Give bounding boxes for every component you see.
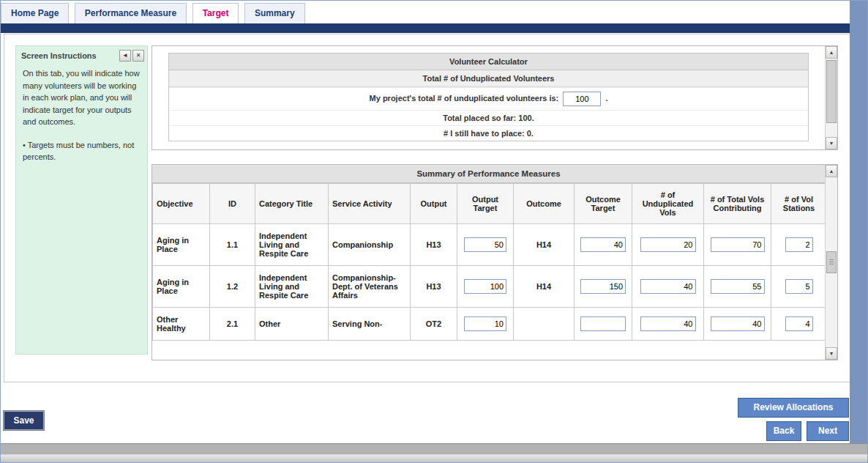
vol-stations-input[interactable] bbox=[785, 316, 813, 331]
volunteer-calculator-table: Volunteer Calculator Total # of Unduplic… bbox=[168, 53, 809, 141]
summary-scrollbar-thumb[interactable] bbox=[826, 251, 837, 273]
summary-table: Objective ID Category Title Service Acti… bbox=[152, 183, 825, 341]
close-icon[interactable]: ✕ bbox=[132, 50, 144, 62]
cell-undup-vols bbox=[632, 266, 704, 308]
calculator-input-row: My project's total # of unduplicated vol… bbox=[169, 87, 808, 110]
cell-output: H13 bbox=[411, 224, 457, 266]
volunteer-calculator-panel: Volunteer Calculator Total # of Unduplic… bbox=[151, 45, 838, 150]
cell-objective: Aging in Place bbox=[153, 266, 210, 308]
output-target-input[interactable] bbox=[464, 237, 506, 252]
tab-target[interactable]: Target bbox=[192, 3, 239, 23]
volunteer-calculator-inner: Volunteer Calculator Total # of Unduplic… bbox=[152, 46, 825, 149]
undup-vols-input[interactable] bbox=[640, 237, 696, 252]
column-header-total-vols: # of Total Vols Contributing bbox=[704, 184, 771, 224]
status-bar-top bbox=[1, 443, 868, 454]
cell-id: 1.2 bbox=[210, 266, 255, 308]
total-vols-input[interactable] bbox=[711, 279, 765, 294]
scroll-down-icon[interactable]: ▼ bbox=[826, 137, 837, 149]
calculator-input-label: My project's total # of unduplicated vol… bbox=[370, 94, 559, 103]
performance-measures-inner: Summary of Performance Measures Objectiv… bbox=[152, 165, 825, 360]
cell-outcome bbox=[514, 308, 575, 341]
column-header-vol-stations: # of Vol Stations bbox=[771, 184, 826, 224]
cell-output-target bbox=[457, 266, 514, 308]
performance-measures-panel: Summary of Performance Measures Objectiv… bbox=[151, 164, 838, 360]
cell-vol-stations bbox=[771, 266, 826, 308]
cell-activity: Companionship-Dept. of Veterans Affairs bbox=[329, 266, 411, 308]
cell-total-vols bbox=[704, 224, 771, 266]
vol-stations-input[interactable] bbox=[785, 279, 813, 294]
cell-outcome-target bbox=[575, 266, 632, 308]
calculator-scrollbar[interactable]: ▲ ▼ bbox=[825, 46, 837, 149]
summary-header-row: Objective ID Category Title Service Acti… bbox=[153, 184, 826, 224]
total-placed-text: Total placed so far: 100. bbox=[169, 110, 808, 125]
calculator-scrollbar-thumb[interactable] bbox=[826, 60, 837, 123]
unduplicated-volunteers-input[interactable] bbox=[563, 92, 601, 106]
undup-vols-input[interactable] bbox=[640, 279, 696, 294]
vol-stations-input[interactable] bbox=[785, 237, 813, 252]
tab-home-page[interactable]: Home Page bbox=[1, 3, 69, 23]
column-header-output-target: Output Target bbox=[457, 184, 514, 224]
calculator-input-suffix: . bbox=[605, 94, 607, 103]
cell-objective: Other Healthy bbox=[153, 308, 210, 341]
cell-undup-vols bbox=[632, 224, 704, 266]
table-row: Aging in Place 1.2 Independent Living an… bbox=[153, 266, 826, 308]
cell-output-target bbox=[457, 308, 514, 341]
column-header-activity: Service Activity bbox=[329, 184, 411, 224]
tab-performance-measure[interactable]: Performance Measure bbox=[75, 3, 187, 23]
column-header-outcome: Outcome bbox=[514, 184, 575, 224]
undup-vols-input[interactable] bbox=[640, 316, 696, 331]
cell-total-vols bbox=[704, 308, 771, 341]
remaining-to-place-text: # I still have to place: 0. bbox=[169, 125, 808, 141]
cell-vol-stations bbox=[771, 308, 826, 341]
column-header-output: Output bbox=[411, 184, 457, 224]
cell-outcome: H14 bbox=[514, 224, 575, 266]
cell-outcome-target bbox=[575, 224, 632, 266]
outcome-target-input[interactable] bbox=[580, 316, 626, 331]
back-button[interactable]: Back bbox=[766, 421, 801, 441]
total-vols-input[interactable] bbox=[711, 316, 765, 331]
next-button[interactable]: Next bbox=[807, 421, 849, 441]
header-divider-bar bbox=[1, 23, 851, 33]
screen-instructions-title: Screen Instructions bbox=[21, 51, 118, 60]
collapse-left-icon[interactable]: ◄ bbox=[119, 50, 131, 62]
target-tab-page: { "colors": { "navy_bar": "#1e3a6e", "ta… bbox=[0, 0, 868, 463]
scrollbar-grip-icon bbox=[829, 262, 834, 262]
summary-table-title: Summary of Performance Measures bbox=[152, 165, 825, 183]
cell-activity: Companionship bbox=[329, 224, 411, 266]
cell-output-target bbox=[457, 224, 514, 266]
screen-instructions-header: Screen Instructions ◄ ✕ bbox=[16, 46, 147, 64]
cell-category: Independent Living and Respite Care bbox=[255, 224, 329, 266]
outcome-target-input[interactable] bbox=[580, 279, 626, 294]
output-target-input[interactable] bbox=[464, 316, 506, 331]
column-header-objective: Objective bbox=[153, 184, 210, 224]
cell-activity: Serving Non- bbox=[329, 308, 411, 341]
content-frame: Screen Instructions ◄ ✕ On this tab, you… bbox=[4, 34, 850, 382]
column-header-outcome-target: Outcome Target bbox=[575, 184, 632, 224]
cell-output: H13 bbox=[411, 266, 457, 308]
cell-category: Independent Living and Respite Care bbox=[255, 266, 329, 308]
cell-id: 2.1 bbox=[210, 308, 255, 341]
scroll-up-icon[interactable]: ▲ bbox=[826, 46, 837, 59]
outcome-target-input[interactable] bbox=[580, 237, 626, 252]
save-button[interactable]: Save bbox=[3, 410, 45, 431]
status-bar bbox=[1, 443, 868, 463]
scroll-down-icon[interactable]: ▼ bbox=[826, 347, 837, 360]
tab-summary[interactable]: Summary bbox=[244, 3, 305, 23]
scroll-up-icon[interactable]: ▲ bbox=[826, 165, 837, 177]
window-right-strip bbox=[850, 1, 867, 443]
summary-scrollbar[interactable]: ▲ ▼ bbox=[825, 165, 837, 360]
total-vols-input[interactable] bbox=[711, 237, 765, 252]
calculator-title: Volunteer Calculator bbox=[169, 53, 808, 70]
screen-instructions-panel: Screen Instructions ◄ ✕ On this tab, you… bbox=[15, 45, 148, 355]
output-target-input[interactable] bbox=[464, 279, 506, 294]
cell-output: OT2 bbox=[411, 308, 457, 341]
cell-undup-vols bbox=[632, 308, 704, 341]
cell-vol-stations bbox=[771, 224, 826, 266]
cell-id: 1.1 bbox=[210, 224, 255, 266]
cell-objective: Aging in Place bbox=[153, 224, 210, 266]
calculator-subtitle: Total # of Unduplicated Volunteers bbox=[169, 70, 808, 87]
review-allocations-button[interactable]: Review Allocations bbox=[738, 398, 849, 418]
cell-outcome: H14 bbox=[514, 266, 575, 308]
column-header-id: ID bbox=[210, 184, 255, 224]
cell-category: Other bbox=[255, 308, 329, 341]
